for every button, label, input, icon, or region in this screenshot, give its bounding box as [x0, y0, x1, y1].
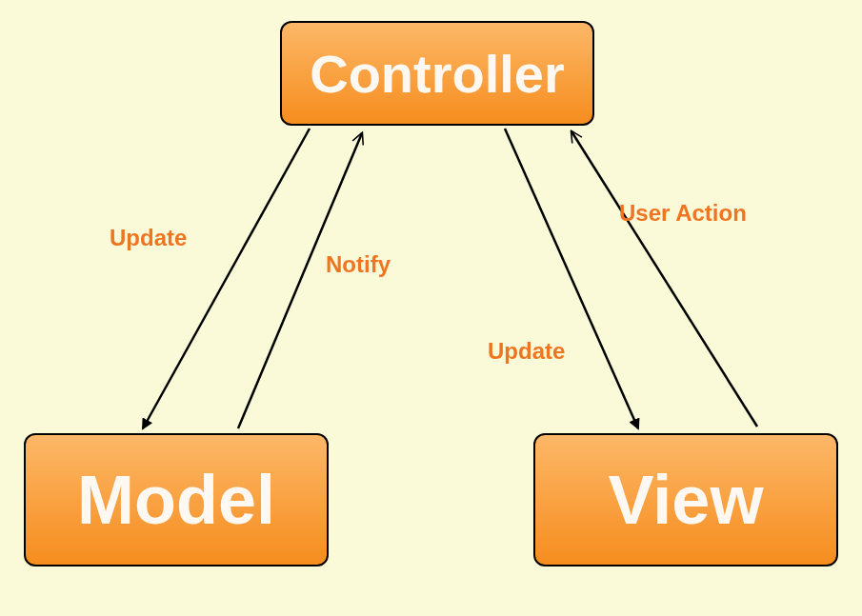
node-view-label: View: [609, 461, 764, 539]
node-model-label: Model: [77, 461, 275, 539]
edge-label-update-view: Update: [488, 338, 565, 365]
edge-model-to-controller: [238, 133, 362, 428]
edge-controller-to-model: [143, 129, 310, 428]
edge-label-notify: Notify: [326, 251, 391, 278]
node-model: Model: [24, 433, 329, 566]
edge-label-user-action: User Action: [619, 200, 747, 227]
edge-label-update-model: Update: [110, 225, 187, 251]
edge-controller-to-view: [505, 129, 638, 428]
edge-view-to-controller: [571, 131, 757, 427]
node-view: View: [533, 433, 838, 566]
node-controller: Controller: [280, 21, 594, 126]
node-controller-label: Controller: [310, 43, 565, 105]
